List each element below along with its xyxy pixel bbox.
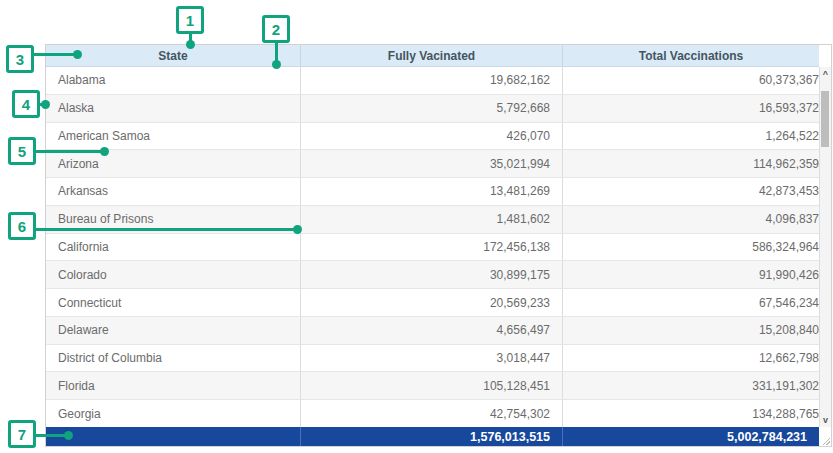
resize-grip-icon[interactable] (822, 437, 830, 445)
vaccination-table: State Fully Vacinated Total Vaccinations… (45, 44, 832, 447)
callout-1-badge: 1 (176, 6, 204, 34)
table-body: Alabama 19,682,162 60,373,367 Alaska 5,7… (46, 67, 831, 427)
cell-total-vaccinations: 586,324,964 (563, 234, 819, 261)
cell-state: California (46, 234, 301, 261)
cell-total-vaccinations: 1,264,522 (563, 123, 819, 150)
cell-state: District of Columbia (46, 345, 301, 372)
callout-1-dot (186, 40, 195, 49)
totals-fully-vaccinated: 1,576,013,515 (301, 427, 563, 446)
table-row[interactable]: Alabama 19,682,162 60,373,367 (46, 67, 831, 94)
callout-7-badge: 7 (8, 420, 36, 448)
cell-state: Alaska (46, 95, 301, 122)
cell-total-vaccinations: 42,873,453 (563, 178, 819, 205)
column-header-state[interactable]: State (46, 45, 301, 66)
cell-total-vaccinations: 331,191,302 (563, 372, 819, 399)
cell-state: Delaware (46, 317, 301, 344)
annotated-table-screenshot: State Fully Vacinated Total Vaccinations… (0, 0, 833, 453)
cell-state: Arkansas (46, 178, 301, 205)
scrollbar-thumb[interactable] (821, 91, 829, 147)
cell-total-vaccinations: 134,288,765 (563, 400, 819, 427)
callout-3-dot (73, 50, 82, 59)
totals-state-cell (46, 427, 301, 446)
cell-fully-vaccinated: 19,682,162 (301, 67, 563, 94)
callout-3-badge: 3 (6, 45, 34, 73)
cell-total-vaccinations: 16,593,372 (563, 95, 819, 122)
cell-total-vaccinations: 60,373,367 (563, 67, 819, 94)
table-row[interactable]: Arizona 35,021,994 114,962,359 (46, 149, 831, 177)
cell-total-vaccinations: 15,208,840 (563, 317, 819, 344)
table-header-row: State Fully Vacinated Total Vaccinations (46, 45, 819, 67)
callout-3-line (33, 53, 78, 56)
table-row[interactable]: Georgia 42,754,302 134,288,765 (46, 399, 831, 427)
cell-state: American Samoa (46, 123, 301, 150)
vertical-scrollbar[interactable]: ^ v (819, 67, 831, 427)
table-row[interactable]: Colorado 30,899,175 91,990,426 (46, 260, 831, 288)
totals-total-vaccinations: 5,002,784,231 (563, 427, 819, 446)
cell-total-vaccinations: 114,962,359 (563, 150, 819, 177)
totals-row: 1,576,013,515 5,002,784,231 (46, 427, 819, 446)
table-row[interactable]: American Samoa 426,070 1,264,522 (46, 122, 831, 150)
cell-fully-vaccinated: 4,656,497 (301, 317, 563, 344)
table-row[interactable]: Delaware 4,656,497 15,208,840 (46, 316, 831, 344)
scroll-up-icon[interactable]: ^ (820, 67, 831, 81)
cell-fully-vaccinated: 42,754,302 (301, 400, 563, 427)
cell-fully-vaccinated: 3,018,447 (301, 345, 563, 372)
cell-state: Colorado (46, 261, 301, 288)
cell-total-vaccinations: 4,096,837 (563, 206, 819, 233)
callout-2-badge: 2 (262, 15, 290, 43)
callout-5-dot (100, 147, 109, 156)
column-header-fully-vaccinated[interactable]: Fully Vacinated (301, 45, 563, 66)
cell-fully-vaccinated: 105,128,451 (301, 372, 563, 399)
table-row[interactable]: Arkansas 13,481,269 42,873,453 (46, 177, 831, 205)
callout-6-dot (293, 225, 302, 234)
callout-5-line (35, 150, 105, 153)
column-header-total-vaccinations[interactable]: Total Vaccinations (563, 45, 819, 66)
cell-state: Georgia (46, 400, 301, 427)
table-row[interactable]: Connecticut 20,569,233 67,546,234 (46, 288, 831, 316)
cell-state: Alabama (46, 67, 301, 94)
table-row[interactable]: Florida 105,128,451 331,191,302 (46, 371, 831, 399)
callout-6-badge: 6 (8, 212, 36, 240)
cell-fully-vaccinated: 35,021,994 (301, 150, 563, 177)
callout-7-dot (64, 431, 73, 440)
callout-4-dot (41, 100, 50, 109)
cell-state: Connecticut (46, 289, 301, 316)
cell-state: Arizona (46, 150, 301, 177)
cell-fully-vaccinated: 1,481,602 (301, 206, 563, 233)
table-row[interactable]: Alaska 5,792,668 16,593,372 (46, 94, 831, 122)
cell-fully-vaccinated: 5,792,668 (301, 95, 563, 122)
cell-fully-vaccinated: 13,481,269 (301, 178, 563, 205)
cell-total-vaccinations: 91,990,426 (563, 261, 819, 288)
cell-state: Florida (46, 372, 301, 399)
scroll-down-icon[interactable]: v (820, 413, 831, 427)
table-row[interactable]: California 172,456,138 586,324,964 (46, 233, 831, 261)
callout-5-badge: 5 (8, 137, 36, 165)
cell-fully-vaccinated: 172,456,138 (301, 234, 563, 261)
callout-6-line (35, 228, 298, 231)
cell-fully-vaccinated: 20,569,233 (301, 289, 563, 316)
cell-fully-vaccinated: 30,899,175 (301, 261, 563, 288)
cell-total-vaccinations: 12,662,798 (563, 345, 819, 372)
table-row[interactable]: District of Columbia 3,018,447 12,662,79… (46, 344, 831, 372)
callout-2-dot (272, 60, 281, 69)
cell-fully-vaccinated: 426,070 (301, 123, 563, 150)
cell-total-vaccinations: 67,546,234 (563, 289, 819, 316)
callout-4-badge: 4 (12, 90, 40, 118)
